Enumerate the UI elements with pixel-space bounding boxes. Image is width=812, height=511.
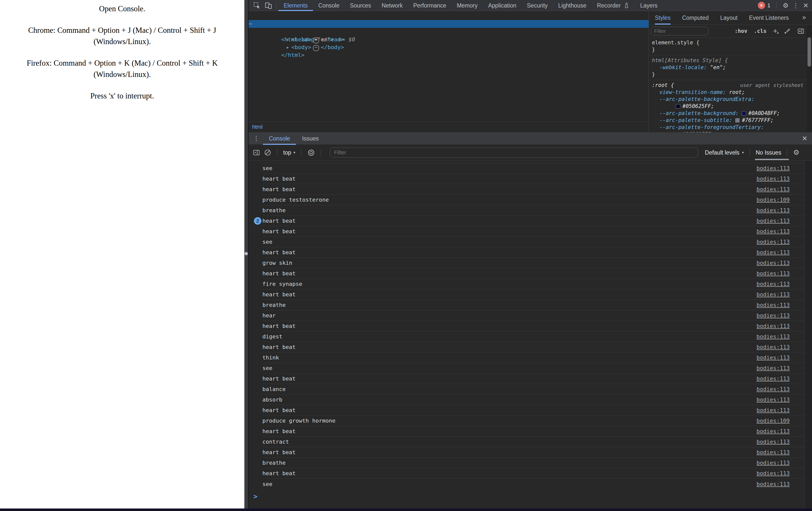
paint-format-icon[interactable] [784, 28, 791, 35]
resize-handle-dot[interactable] [244, 252, 248, 255]
console-sidebar-icon[interactable] [253, 149, 260, 156]
console-message-row[interactable]: absorb bodies:113 [262, 394, 805, 405]
console-source-link[interactable]: bodies:113 [757, 386, 790, 392]
console-message-row[interactable]: contract bodies:113 [262, 437, 805, 447]
console-source-link[interactable]: bodies:113 [757, 228, 790, 235]
new-style-rule-button[interactable]: + [773, 27, 777, 35]
close-devtools-icon[interactable]: ✕ [803, 2, 809, 9]
console-prompt-row[interactable]: > [249, 489, 257, 504]
issues-counter[interactable]: No Issues [756, 149, 781, 156]
console-message-row[interactable]: see bodies:113 [262, 163, 805, 174]
console-message-row[interactable]: grow skin bodies:113 [262, 258, 805, 268]
console-source-link[interactable]: bodies:113 [757, 460, 790, 466]
console-message-row[interactable]: digest bodies:113 [262, 331, 805, 342]
console-source-link[interactable]: bodies:113 [757, 481, 790, 487]
clear-console-icon[interactable] [264, 149, 271, 156]
console-source-link[interactable]: bodies:113 [757, 239, 790, 245]
console-source-link[interactable]: bodies:113 [757, 218, 790, 224]
console-message-row[interactable]: heart beat bodies:113 [262, 268, 805, 279]
color-swatch[interactable] [742, 111, 746, 116]
console-message-row[interactable]: fire synapse bodies:113 [262, 279, 805, 289]
console-message-row[interactable]: heart beat bodies:113 [262, 373, 805, 384]
device-toolbar-button[interactable] [263, 0, 274, 11]
console-message-row[interactable]: heart beat bodies:113 [262, 174, 805, 184]
color-swatch[interactable] [676, 104, 680, 109]
styles-pane-tab[interactable]: Computed [682, 11, 709, 25]
console-message-row[interactable]: think bodies:113 [262, 353, 805, 363]
devtools-tab[interactable]: Lighthouse [553, 0, 592, 11]
styles-scrollbar-thumb[interactable] [808, 37, 811, 67]
root-rule-section[interactable]: :root {user agent stylesheet view-transi… [649, 80, 812, 132]
console-source-link[interactable]: bodies:113 [757, 165, 790, 171]
console-source-link[interactable]: bodies:113 [757, 207, 790, 213]
toggle-element-state-button[interactable]: :hov [734, 28, 747, 34]
styles-filter-input[interactable] [651, 27, 708, 35]
console-message-row[interactable]: produce testosterone bodies:109 [262, 194, 805, 205]
console-message-row[interactable]: balance bodies:113 [262, 384, 805, 394]
console-source-link[interactable]: bodies:109 [757, 197, 790, 203]
head-element-row[interactable]: ▶<head>⋯</head> [249, 28, 648, 36]
console-source-link[interactable]: bodies:113 [757, 323, 790, 329]
style-property-line[interactable]: #050625FF; [652, 103, 812, 110]
console-source-link[interactable]: bodies:113 [757, 186, 790, 192]
console-source-link[interactable]: bodies:113 [757, 249, 790, 256]
styles-pane-tab[interactable]: Styles [655, 11, 671, 25]
console-message-row[interactable]: heart beat bodies:113 [262, 468, 805, 479]
devtools-tab[interactable]: Console [313, 0, 345, 11]
console-filter-input[interactable] [330, 148, 698, 157]
console-source-link[interactable]: bodies:113 [757, 281, 790, 287]
console-source-link[interactable]: bodies:113 [757, 270, 790, 276]
devtools-tab[interactable]: Network [376, 0, 408, 11]
devtools-tab[interactable]: Elements [279, 0, 313, 11]
drawer-tab[interactable]: Console [263, 132, 296, 145]
console-message-row[interactable]: breathe bodies:113 [262, 300, 805, 310]
console-message-row[interactable]: heart beat bodies:113 [262, 447, 805, 458]
style-property-line[interactable]: --arc-palette-foregroundTertiary: [652, 124, 812, 131]
console-source-link[interactable]: bodies:113 [757, 291, 790, 298]
console-source-link[interactable]: bodies:113 [757, 302, 790, 308]
devtools-resize-divider[interactable] [244, 0, 249, 509]
color-swatch[interactable] [735, 118, 740, 122]
console-message-row[interactable]: see bodies:113 [262, 237, 805, 247]
console-source-link[interactable]: bodies:109 [757, 418, 790, 424]
breadcrumb-item-html[interactable]: html [252, 124, 263, 130]
style-property-line[interactable]: --arc-palette-backgroundExtra: [652, 96, 812, 103]
close-drawer-icon[interactable]: ✕ [802, 134, 808, 143]
console-source-link[interactable]: bodies:113 [757, 333, 790, 340]
console-source-link[interactable]: bodies:113 [757, 375, 790, 382]
console-message-row[interactable]: heart beat bodies:113 [262, 226, 805, 237]
console-settings-gear-icon[interactable]: ⚙ [793, 149, 799, 156]
html-close-row[interactable]: </html> [249, 43, 648, 51]
console-message-row[interactable]: heart beat bodies:113 [262, 342, 805, 353]
styles-pane-tab[interactable]: Event Listeners [749, 11, 789, 25]
error-badge[interactable]: ✕ 1 [758, 2, 771, 9]
console-message-row[interactable]: breathe bodies:113 [262, 458, 805, 468]
style-property-line[interactable]: --arc-palette-background: #0A0D4BFF; [652, 110, 812, 117]
horizontal-scrollbar-thumb[interactable] [755, 159, 789, 160]
console-scrollbar-track[interactable] [805, 161, 812, 509]
console-source-link[interactable]: bodies:113 [757, 396, 790, 403]
attributes-style-section[interactable]: html[Attributes Style] { -webkit-locale:… [649, 55, 812, 80]
devtools-tab[interactable]: Security [522, 0, 553, 11]
console-message-row[interactable]: hear bodies:113 [262, 310, 805, 321]
console-message-row[interactable]: 2 heart beat bodies:113 [262, 216, 805, 226]
console-source-link[interactable]: bodies:113 [757, 176, 790, 182]
console-message-row[interactable]: heart beat bodies:113 [262, 184, 805, 194]
element-style-section[interactable]: element.style { } [649, 37, 812, 55]
console-source-link[interactable]: bodies:113 [757, 470, 790, 476]
drawer-menu-icon[interactable]: ⋮ [253, 135, 259, 142]
console-message-row[interactable]: see bodies:113 [262, 479, 805, 489]
drawer-tab[interactable]: Issues [296, 132, 324, 145]
console-source-link[interactable]: bodies:113 [757, 365, 790, 371]
inspect-element-button[interactable] [251, 0, 263, 11]
console-message-row[interactable]: breathe bodies:113 [262, 205, 805, 216]
body-element-row[interactable]: ▶<body>⋯</body> [249, 36, 648, 43]
console-message-row[interactable]: heart beat bodies:113 [262, 426, 805, 437]
log-levels-selector[interactable]: Default levels ▾ [705, 149, 744, 156]
context-selector[interactable]: top ▾ [283, 149, 295, 156]
html-element-row[interactable]: ⋯ <htmllang="en">== $0 [249, 20, 648, 28]
console-message-row[interactable]: heart beat bodies:113 [262, 405, 805, 416]
dock-sidebar-icon[interactable] [797, 28, 805, 35]
console-source-link[interactable]: bodies:113 [757, 260, 790, 266]
devtools-tab[interactable]: Sources [345, 0, 376, 11]
